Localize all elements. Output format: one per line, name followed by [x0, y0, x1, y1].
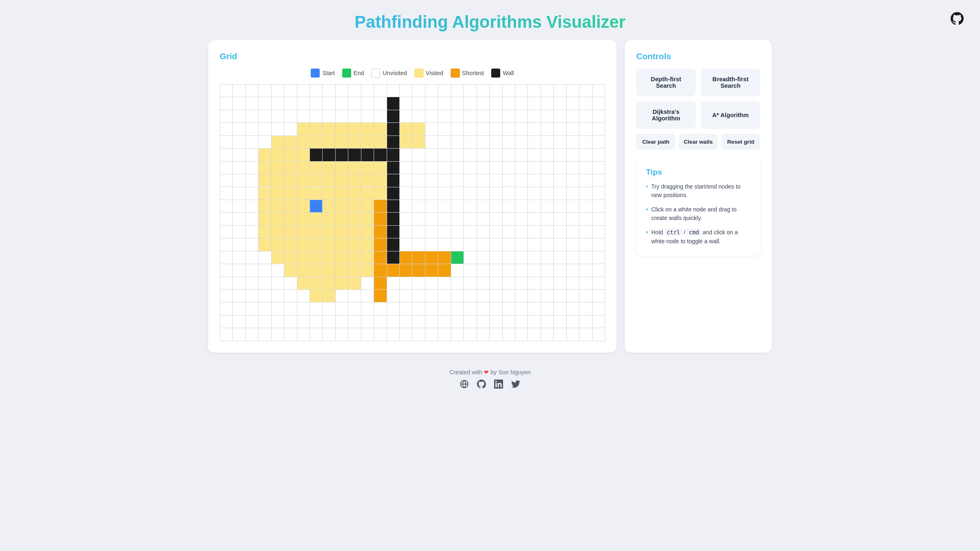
table-row[interactable]	[579, 84, 592, 97]
table-row[interactable]	[220, 110, 233, 123]
table-row[interactable]	[272, 174, 284, 187]
table-row[interactable]	[400, 174, 412, 187]
table-row[interactable]	[361, 315, 374, 328]
table-row[interactable]	[361, 97, 374, 110]
table-row[interactable]	[554, 302, 566, 315]
table-row[interactable]	[220, 97, 233, 110]
table-row[interactable]	[579, 213, 592, 225]
table-row[interactable]	[233, 97, 245, 110]
table-row[interactable]	[567, 174, 579, 187]
table-row[interactable]	[541, 97, 554, 110]
table-row[interactable]	[233, 264, 245, 277]
table-row[interactable]	[438, 226, 451, 238]
table-row[interactable]	[515, 123, 528, 136]
table-row[interactable]	[541, 84, 554, 97]
table-row[interactable]	[246, 264, 258, 277]
table-row[interactable]	[387, 302, 400, 315]
table-row[interactable]	[387, 251, 400, 264]
table-row[interactable]	[284, 328, 297, 341]
table-row[interactable]	[579, 328, 592, 341]
table-row[interactable]	[323, 200, 335, 213]
table-row[interactable]	[258, 302, 271, 315]
table-row[interactable]	[220, 302, 233, 315]
table-row[interactable]	[438, 328, 451, 341]
table-row[interactable]	[284, 264, 297, 277]
table-row[interactable]	[438, 302, 451, 315]
table-row[interactable]	[438, 110, 451, 123]
table-row[interactable]	[515, 226, 528, 238]
table-row[interactable]	[336, 149, 348, 161]
table-row[interactable]	[592, 123, 605, 136]
table-row[interactable]	[258, 84, 271, 97]
table-row[interactable]	[592, 187, 605, 200]
table-row[interactable]	[400, 315, 412, 328]
table-row[interactable]	[233, 251, 245, 264]
table-row[interactable]	[490, 213, 502, 225]
table-row[interactable]	[374, 277, 387, 290]
table-row[interactable]	[323, 84, 335, 97]
table-row[interactable]	[438, 97, 451, 110]
table-row[interactable]	[284, 302, 297, 315]
table-row[interactable]	[400, 162, 412, 174]
table-row[interactable]	[284, 97, 297, 110]
table-row[interactable]	[400, 251, 412, 264]
table-row[interactable]	[528, 238, 541, 251]
table-row[interactable]	[336, 213, 348, 225]
table-row[interactable]	[412, 238, 425, 251]
table-row[interactable]	[400, 200, 412, 213]
table-row[interactable]	[464, 302, 477, 315]
table-row[interactable]	[272, 302, 284, 315]
table-row[interactable]	[233, 290, 245, 302]
bfs-button[interactable]: Breadth-first Search	[701, 69, 760, 96]
table-row[interactable]	[592, 226, 605, 238]
table-row[interactable]	[284, 238, 297, 251]
table-row[interactable]	[528, 149, 541, 161]
table-row[interactable]	[258, 277, 271, 290]
table-row[interactable]	[387, 328, 400, 341]
table-row[interactable]	[310, 328, 323, 341]
table-row[interactable]	[284, 84, 297, 97]
table-row[interactable]	[528, 110, 541, 123]
table-row[interactable]	[272, 328, 284, 341]
table-row[interactable]	[323, 302, 335, 315]
table-row[interactable]	[400, 238, 412, 251]
table-row[interactable]	[490, 162, 502, 174]
table-row[interactable]	[412, 84, 425, 97]
table-row[interactable]	[528, 136, 541, 149]
table-row[interactable]	[258, 264, 271, 277]
table-row[interactable]	[579, 251, 592, 264]
table-row[interactable]	[567, 264, 579, 277]
table-row[interactable]	[246, 251, 258, 264]
table-row[interactable]	[297, 238, 310, 251]
table-row[interactable]	[490, 315, 502, 328]
table-row[interactable]	[567, 123, 579, 136]
table-row[interactable]	[438, 123, 451, 136]
table-row[interactable]	[361, 200, 374, 213]
table-row[interactable]	[567, 200, 579, 213]
table-row[interactable]	[579, 200, 592, 213]
table-row[interactable]	[464, 251, 477, 264]
table-row[interactable]	[592, 264, 605, 277]
table-row[interactable]	[567, 302, 579, 315]
table-row[interactable]	[220, 84, 233, 97]
table-row[interactable]	[272, 238, 284, 251]
table-row[interactable]	[246, 302, 258, 315]
table-row[interactable]	[490, 290, 502, 302]
table-row[interactable]	[464, 187, 477, 200]
table-row[interactable]	[464, 110, 477, 123]
table-row[interactable]	[554, 187, 566, 200]
table-row[interactable]	[258, 290, 271, 302]
table-row[interactable]	[477, 277, 490, 290]
table-row[interactable]	[541, 213, 554, 225]
table-row[interactable]	[361, 264, 374, 277]
table-row[interactable]	[258, 251, 271, 264]
table-row[interactable]	[284, 162, 297, 174]
table-row[interactable]	[412, 302, 425, 315]
table-row[interactable]	[233, 123, 245, 136]
table-row[interactable]	[451, 187, 464, 200]
table-row[interactable]	[541, 110, 554, 123]
table-row[interactable]	[579, 97, 592, 110]
table-row[interactable]	[438, 136, 451, 149]
twitter-icon[interactable]	[511, 380, 520, 391]
table-row[interactable]	[438, 251, 451, 264]
